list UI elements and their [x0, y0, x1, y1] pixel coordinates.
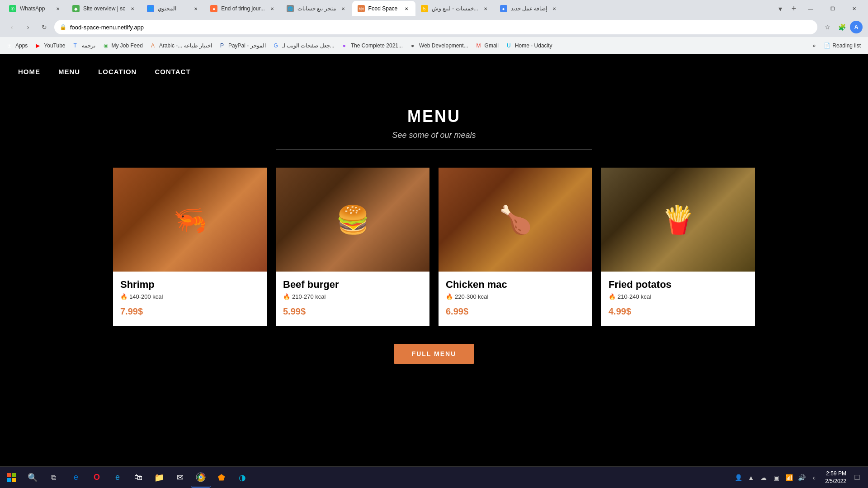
close-btn[interactable]: ✕ — [844, 0, 864, 17]
taskbar-right: 👤 ▲ ☁ ▣ 📶 🔊 ε 2:59 PM 2/5/2022 □ — [733, 470, 866, 485]
tab-food-space[interactable]: 🍽 Food Space ✕ — [352, 1, 415, 16]
taskbar-mail-icon[interactable]: ✉ — [170, 468, 190, 488]
website-content: HOMEMENULOCATIONCONTACT MENU See some of… — [0, 54, 868, 461]
nav-link-location[interactable]: LOCATION — [98, 68, 137, 75]
tab-arabic-store[interactable]: 🌐 متجر بيع حسابات ✕ — [281, 1, 352, 16]
food-emoji-chicken-mac: 🍗 — [439, 168, 592, 272]
lock-icon: 🔒 — [60, 24, 66, 30]
site-nav-links: HOMEMENULOCATIONCONTACT — [18, 68, 191, 75]
food-emoji-shrimp: 🦐 — [113, 168, 267, 272]
bookmark-my-job-feed[interactable]: ◉ My Job Feed — [100, 41, 146, 51]
tab-title-whatsapp: WhatsApp — [20, 5, 51, 12]
tab-add-job[interactable]: ● إضافة عمل جديد ✕ — [495, 1, 564, 16]
menu-header: MENU See some of our meals — [18, 107, 850, 150]
bookmark-youtube[interactable]: ▶ YouTube — [32, 41, 69, 51]
bookmark-favicon-my-job-feed: ◉ — [104, 42, 110, 49]
tab-whatsapp[interactable]: ✆ WhatsApp ✕ — [4, 1, 67, 16]
taskbar-hidden-icons-btn[interactable]: ▲ — [745, 472, 756, 483]
bookmarks-bar: ⊞ Apps ▶ YouTube T ترجمة ◉ My Job Feed A… — [0, 37, 868, 54]
nav-link-menu[interactable]: MENU — [58, 68, 80, 75]
food-emoji-beef-burger: 🍔 — [276, 168, 429, 272]
bookmark-apps[interactable]: ⊞ Apps — [4, 41, 31, 51]
refresh-btn[interactable]: ↻ — [38, 21, 51, 33]
bookmark-gmail[interactable]: M Gmail — [473, 41, 502, 51]
taskbar-time-text: 2:59 PM — [825, 470, 846, 478]
taskbar-network-icon[interactable]: 📶 — [783, 472, 794, 483]
tab-close-site-overview[interactable]: ✕ — [129, 5, 136, 12]
taskbar-store-icon[interactable]: 🛍 — [128, 468, 148, 488]
bookmark-paypal[interactable]: P PayPal - الموجز — [217, 41, 269, 51]
svg-rect-0 — [7, 473, 11, 477]
tab-title-food-space: Food Space — [368, 5, 399, 12]
tab-close-add-job[interactable]: ✕ — [551, 5, 558, 12]
food-name-chicken-mac: Chicken mac — [446, 279, 585, 291]
tab-arabic-sell[interactable]: 5 خمسات - لبيع وش... ✕ — [415, 1, 495, 16]
bookmark-udacity[interactable]: U Home - Udacity — [503, 41, 556, 51]
bookmark-label-my-job-feed: My Job Feed — [112, 42, 143, 49]
taskbar-ie-icon[interactable]: e — [108, 468, 127, 488]
svg-rect-2 — [7, 478, 11, 482]
tab-title-end-of-tiring: End of tiring jour... — [221, 5, 265, 12]
back-btn[interactable]: ‹ — [5, 21, 18, 33]
tab-close-food-space[interactable]: ✕ — [403, 5, 410, 12]
nav-link-home[interactable]: HOME — [18, 68, 40, 75]
tab-close-arabic-sell[interactable]: ✕ — [482, 5, 489, 12]
bookmark-google[interactable]: G جعل صفحات الويب اـ... — [270, 41, 338, 51]
food-price-beef-burger: 5.99$ — [283, 306, 422, 317]
profile-btn[interactable]: A — [850, 21, 863, 33]
bookmark-label-arabic-test: Arabic -... اختبار طباعة — [159, 42, 212, 49]
svg-rect-3 — [12, 478, 16, 482]
kcal-value-chicken-mac: 220-300 kcal — [455, 293, 488, 300]
taskbar-display-icon[interactable]: ▣ — [771, 472, 782, 483]
taskbar-notification-btn[interactable]: □ — [852, 472, 863, 483]
bookmark-star-btn[interactable]: ☆ — [821, 21, 834, 33]
taskbar-sound-icon[interactable]: 🔊 — [796, 472, 807, 483]
taskbar-search-btn[interactable]: 🔍 — [23, 468, 42, 488]
tab-overflow-btn[interactable]: ▾ — [775, 3, 786, 14]
taskbar-opera-icon[interactable]: O — [87, 468, 107, 488]
taskbar-people-icon[interactable]: 👤 — [733, 472, 744, 483]
bookmark-arabic-test[interactable]: A Arabic -... اختبار طباعة — [147, 41, 216, 51]
tab-close-arabic-store[interactable]: ✕ — [340, 5, 347, 12]
taskbar-battery-icon[interactable]: ε — [809, 472, 820, 483]
extensions-btn[interactable]: 🧩 — [835, 21, 848, 33]
food-image-beef-burger: 🍔 — [276, 168, 429, 272]
reading-list-icon: 📄 — [824, 42, 830, 49]
taskbar-cloud-icon[interactable]: ☁ — [758, 472, 769, 483]
bookmark-complete-2021[interactable]: ● The Complete 2021... — [339, 41, 406, 51]
forward-btn[interactable]: › — [22, 21, 34, 33]
full-menu-btn[interactable]: FULL MENU — [394, 344, 475, 364]
kcal-icon-shrimp: 🔥 — [120, 293, 127, 300]
task-view-btn[interactable]: ⧉ — [43, 468, 63, 488]
maximize-btn[interactable]: ⧠ — [822, 0, 843, 17]
taskbar-clock[interactable]: 2:59 PM 2/5/2022 — [821, 470, 850, 485]
bookmark-web-dev[interactable]: ● Web Development... — [407, 41, 472, 51]
nav-link-contact[interactable]: CONTACT — [155, 68, 190, 75]
bookmark-label-apps: Apps — [15, 42, 28, 49]
start-btn[interactable] — [2, 468, 22, 488]
food-price-shrimp: 7.99$ — [120, 306, 259, 317]
taskbar-app2-icon[interactable]: ◑ — [232, 468, 252, 488]
taskbar-chrome-icon[interactable] — [191, 468, 211, 488]
tab-close-whatsapp[interactable]: ✕ — [54, 5, 61, 12]
food-card-beef-burger: 🍔 Beef burger 🔥 210-270 kcal 5.99$ — [276, 168, 429, 326]
bookmark-favicon-gmail: M — [476, 42, 483, 49]
menu-section: MENU See some of our meals 🦐 Shrimp 🔥 14… — [0, 89, 868, 391]
tab-favicon-add-job: ● — [500, 5, 507, 12]
url-bar[interactable]: 🔒 food-space-menu.netlify.app — [54, 20, 817, 34]
bookmark-tarjama[interactable]: T ترجمة — [70, 41, 99, 51]
food-info-fried-potatos: Fried potatos 🔥 210-240 kcal 4.99$ — [601, 272, 755, 326]
tab-close-end-of-tiring[interactable]: ✕ — [269, 5, 276, 12]
tab-close-arabic-content[interactable]: ✕ — [192, 5, 199, 12]
bookmarks-more-btn[interactable]: » — [809, 41, 820, 51]
minimize-btn[interactable]: — — [800, 0, 821, 17]
tab-arabic-content[interactable]: 🌐 المحتوي ✕ — [142, 1, 205, 16]
food-price-fried-potatos: 4.99$ — [609, 306, 748, 317]
tab-end-of-tiring[interactable]: ● End of tiring jour... ✕ — [205, 1, 281, 16]
taskbar-edge-icon[interactable]: e — [66, 468, 86, 488]
new-tab-btn[interactable]: + — [788, 2, 800, 15]
reading-list-btn[interactable]: 📄 Reading list — [820, 41, 864, 51]
taskbar-app1-icon[interactable]: ⬟ — [212, 468, 231, 488]
tab-site-overview[interactable]: ◆ Site overview | sc ✕ — [67, 1, 142, 16]
taskbar-files-icon[interactable]: 📁 — [149, 468, 169, 488]
